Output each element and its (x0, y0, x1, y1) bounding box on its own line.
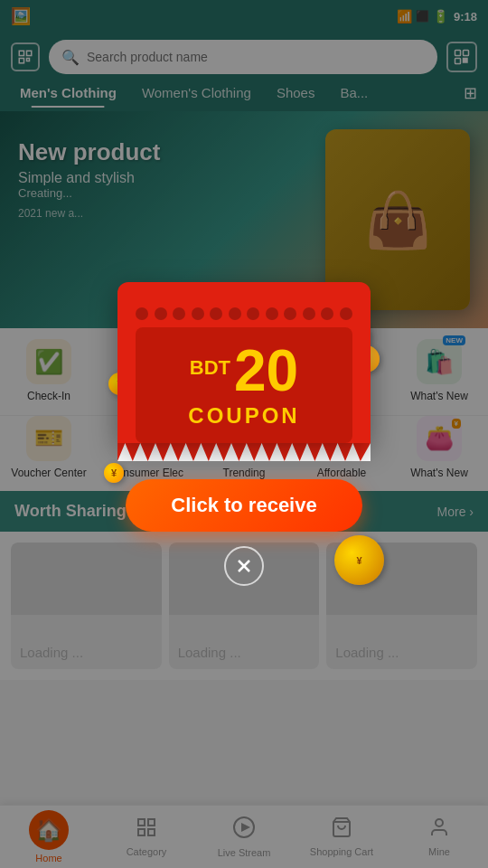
perf-10 (303, 307, 315, 320)
coin-6: ¥ (334, 535, 384, 585)
perf-3 (173, 307, 185, 320)
perf-6 (229, 307, 241, 320)
perf-8 (266, 307, 278, 320)
perf-9 (284, 307, 296, 320)
receive-button[interactable]: Click to receive (126, 479, 361, 532)
coupon-amount: 20 (234, 342, 298, 400)
perf-1 (136, 307, 148, 320)
coupon-currency: BDT (190, 356, 230, 380)
coin-7: ¥ (104, 463, 124, 483)
coupon-popup: ¥ ¥ ¥ ¥ ¥ ¥ ¥ ¥ ¥ (99, 282, 389, 586)
perf-11 (321, 307, 333, 320)
perf-12 (340, 307, 352, 320)
overlay: ¥ ¥ ¥ ¥ ¥ ¥ ¥ ¥ ¥ (0, 0, 488, 868)
coupon-amount-box: BDT 20 COUPON (136, 327, 352, 443)
coupon-card: BDT 20 COUPON (117, 282, 371, 443)
coupon-tear (117, 443, 371, 461)
coupon-label: COUPON (150, 403, 338, 429)
perf-2 (155, 307, 167, 320)
close-button[interactable] (224, 546, 264, 586)
perf-5 (210, 307, 222, 320)
perf-7 (247, 307, 259, 320)
perforations (136, 300, 352, 327)
perf-4 (192, 307, 204, 320)
